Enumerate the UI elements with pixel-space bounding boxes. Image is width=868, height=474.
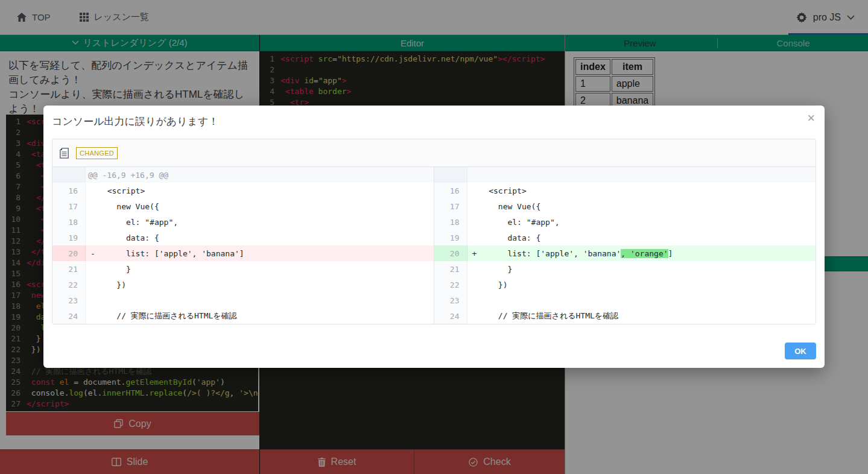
diff-row: 19 data: {: [434, 230, 816, 245]
diff-row: 21 }: [434, 261, 816, 277]
diff-row: 16 <script>: [434, 183, 816, 198]
diff-row: @@ -16,9 +16,9 @@: [52, 167, 434, 183]
diff-row: 24 // 実際に描画されるHTMLを確認: [434, 308, 816, 324]
modal-title: コンソール出力に誤りがあります！: [52, 115, 218, 128]
diff-right-pane: 16 <script>17 new Vue({18 el: "#app",19 …: [434, 167, 816, 324]
diff-row: 17 new Vue({: [52, 198, 434, 214]
diff-left-pane: @@ -16,9 +16,9 @@16 <script>17 new Vue({…: [52, 167, 434, 324]
diff-card-header: CHANGED: [52, 139, 816, 167]
diff-row: 20+ list: ['apple', 'banana', 'orange']: [434, 245, 816, 261]
diff-row: 24 // 実際に描画されるHTMLを確認: [52, 308, 434, 324]
diff-row: 22 }): [52, 277, 434, 292]
diff-card: CHANGED @@ -16,9 +16,9 @@16 <script>17 n…: [52, 139, 816, 324]
diff-body: @@ -16,9 +16,9 @@16 <script>17 new Vue({…: [52, 167, 816, 324]
changed-badge: CHANGED: [76, 147, 118, 159]
diff-row: 19 data: {: [52, 230, 434, 245]
diff-row: 18 el: "#app",: [52, 214, 434, 230]
diff-row: 17 new Vue({: [434, 198, 816, 214]
diff-row: 22 }): [434, 277, 816, 292]
file-icon: [60, 148, 69, 159]
diff-row: 23: [52, 292, 434, 308]
diff-row: [434, 167, 816, 183]
diff-row: 20- list: ['apple', 'banana']: [52, 245, 434, 261]
diff-row: 18 el: "#app",: [434, 214, 816, 230]
ok-button[interactable]: OK: [785, 343, 816, 359]
diff-row: 23: [434, 292, 816, 308]
error-modal: コンソール出力に誤りがあります！ × CHANGED @@ -16,9 +16,…: [43, 106, 825, 368]
diff-row: 16 <script>: [52, 183, 434, 198]
close-icon[interactable]: ×: [807, 112, 815, 125]
diff-row: 21 }: [52, 261, 434, 277]
